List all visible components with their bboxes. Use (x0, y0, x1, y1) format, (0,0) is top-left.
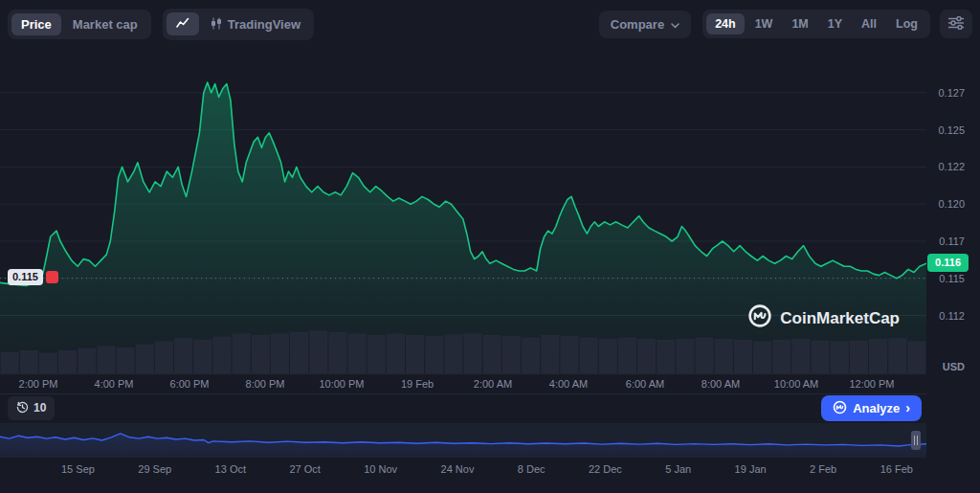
watermark-text: CoinMarketCap (780, 309, 900, 328)
x-axis-label: 4:00 PM (95, 378, 134, 390)
line-chart-mode-button[interactable] (167, 12, 199, 35)
chevron-right-icon: › (905, 401, 910, 415)
range-log-button[interactable]: Log (887, 13, 926, 35)
nav-date-label: 22 Dec (589, 463, 622, 475)
market-cap-toggle-button[interactable]: Market cap (63, 13, 147, 35)
history-clock-icon (16, 401, 29, 415)
range-24h-button[interactable]: 24h (706, 13, 745, 35)
y-axis-label: 0.125 (938, 124, 965, 136)
nav-date-label: 29 Sep (138, 463, 171, 475)
analyze-button[interactable]: Analyze › (821, 395, 922, 421)
x-axis-label: 2:00 PM (19, 378, 58, 390)
line-chart-icon (176, 17, 189, 31)
tradingview-label: TradingView (228, 18, 301, 31)
x-axis-label: 12:00 PM (849, 378, 894, 390)
chart-toolbar: Price Market cap (8, 8, 972, 40)
price-chart-panel: Price Market cap (0, 0, 980, 493)
range-1y-button[interactable]: 1Y (819, 13, 851, 35)
price-toggle-button[interactable]: Price (11, 13, 61, 35)
x-axis-label: 4:00 AM (549, 378, 588, 390)
navigator-line-chart (0, 423, 926, 458)
y-axis-label: 0.122 (938, 161, 965, 172)
range-1m-button[interactable]: 1M (783, 13, 816, 35)
analyze-label: Analyze (853, 402, 900, 415)
open-price-red-marker (46, 271, 58, 283)
nav-date-label: 8 Dec (518, 463, 546, 475)
nav-date-label: 2 Feb (810, 463, 836, 475)
current-price-flag: 0.116 (927, 254, 969, 272)
navigator-date-labels: 15 Sep29 Sep13 Oct27 Oct10 Nov24 Nov8 De… (0, 463, 926, 475)
nav-date-label: 10 Nov (364, 463, 397, 475)
range-navigator[interactable] (0, 423, 926, 458)
analyze-logo-icon (833, 400, 847, 416)
x-axis-label: 10:00 AM (774, 378, 818, 390)
x-axis-label: 6:00 PM (170, 378, 210, 390)
nav-date-label: 19 Jan (735, 463, 767, 475)
coinmarketcap-logo-icon (747, 303, 772, 333)
currency-unit-label: USD (943, 361, 965, 372)
price-marketcap-toggle-group: Price Market cap (8, 10, 151, 39)
chart-tools-row: 10 Analyze › (8, 395, 922, 420)
range-1w-button[interactable]: 1W (746, 13, 782, 35)
main-chart-area: 0.1270.1250.1220.1200.1170.1150.112 0.11… (0, 53, 980, 373)
open-price-flag: 0.115 (8, 269, 58, 285)
candlestick-icon (211, 17, 222, 32)
range-all-button[interactable]: All (853, 13, 885, 35)
x-axis-labels: 2:00 PM4:00 PM6:00 PM8:00 PM10:00 PM19 F… (0, 373, 926, 394)
coinmarketcap-watermark: CoinMarketCap (747, 303, 900, 333)
x-axis-label: 6:00 AM (626, 378, 664, 390)
chart-type-group: TradingView (163, 9, 314, 40)
chevron-down-icon (671, 18, 679, 31)
chart-settings-button[interactable] (940, 10, 972, 38)
y-axis-label: 0.115 (939, 273, 965, 284)
sliders-icon (948, 16, 964, 33)
y-axis-label: 0.127 (938, 87, 965, 99)
compare-label: Compare (611, 18, 664, 31)
navigator-resize-handle[interactable] (911, 431, 921, 450)
x-axis-label: 8:00 AM (702, 378, 740, 390)
nav-date-label: 5 Jan (665, 463, 691, 475)
compare-button[interactable]: Compare (599, 11, 691, 38)
y-axis-label: 0.117 (939, 235, 965, 247)
x-axis-label: 10:00 PM (319, 378, 364, 390)
y-axis-label: 0.120 (938, 198, 965, 210)
tradingview-mode-button[interactable]: TradingView (201, 12, 310, 36)
nav-date-label: 27 Oct (289, 463, 320, 475)
x-axis-label: 8:00 PM (246, 378, 285, 390)
nav-date-label: 13 Oct (215, 463, 246, 475)
history-count: 10 (33, 402, 46, 414)
x-axis-label: 2:00 AM (474, 378, 512, 390)
nav-date-label: 24 Nov (441, 463, 475, 475)
y-axis-label: 0.112 (939, 310, 965, 322)
history-badge[interactable]: 10 (8, 396, 55, 420)
nav-date-label: 16 Feb (880, 463, 913, 475)
x-axis-label: 19 Feb (401, 378, 434, 390)
time-range-group: 24h 1W 1M 1Y All Log (702, 10, 930, 39)
nav-date-label: 15 Sep (61, 463, 95, 475)
open-price-label: 0.115 (8, 269, 43, 285)
